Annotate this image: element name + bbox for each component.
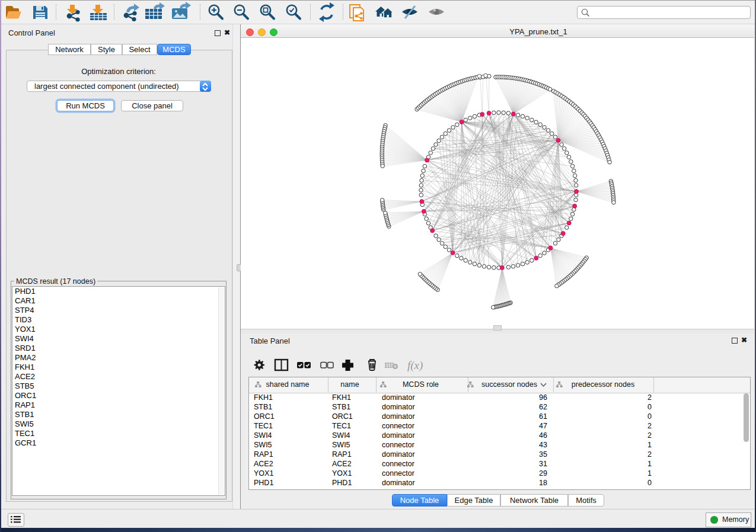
svg-text:f(x): f(x): [407, 359, 423, 372]
